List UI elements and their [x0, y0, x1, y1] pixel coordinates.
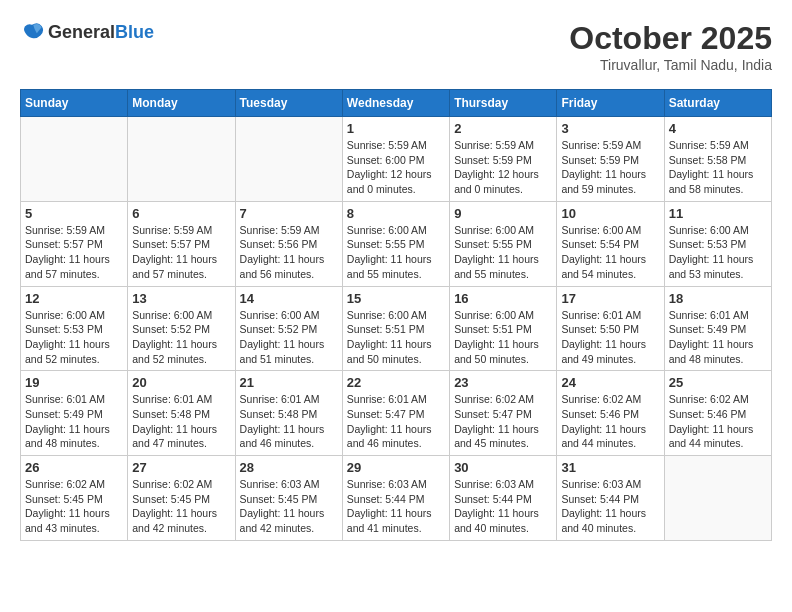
day-number: 28 — [240, 460, 338, 475]
logo-text: GeneralBlue — [48, 22, 154, 43]
day-number: 31 — [561, 460, 659, 475]
day-number: 10 — [561, 206, 659, 221]
calendar-day-cell: 1Sunrise: 5:59 AMSunset: 6:00 PMDaylight… — [342, 117, 449, 202]
day-number: 8 — [347, 206, 445, 221]
day-info: Sunrise: 6:00 AMSunset: 5:52 PMDaylight:… — [240, 308, 338, 367]
calendar-day-cell: 7Sunrise: 5:59 AMSunset: 5:56 PMDaylight… — [235, 201, 342, 286]
day-info: Sunrise: 6:01 AMSunset: 5:50 PMDaylight:… — [561, 308, 659, 367]
day-number: 7 — [240, 206, 338, 221]
calendar-day-cell — [128, 117, 235, 202]
calendar-day-cell: 9Sunrise: 6:00 AMSunset: 5:55 PMDaylight… — [450, 201, 557, 286]
day-number: 3 — [561, 121, 659, 136]
calendar-day-cell: 26Sunrise: 6:02 AMSunset: 5:45 PMDayligh… — [21, 456, 128, 541]
day-info: Sunrise: 6:03 AMSunset: 5:44 PMDaylight:… — [561, 477, 659, 536]
calendar-week-row: 1Sunrise: 5:59 AMSunset: 6:00 PMDaylight… — [21, 117, 772, 202]
calendar-day-cell: 27Sunrise: 6:02 AMSunset: 5:45 PMDayligh… — [128, 456, 235, 541]
day-info: Sunrise: 6:00 AMSunset: 5:52 PMDaylight:… — [132, 308, 230, 367]
day-number: 11 — [669, 206, 767, 221]
location-subtitle: Tiruvallur, Tamil Nadu, India — [569, 57, 772, 73]
day-info: Sunrise: 6:02 AMSunset: 5:45 PMDaylight:… — [25, 477, 123, 536]
calendar-day-cell: 16Sunrise: 6:00 AMSunset: 5:51 PMDayligh… — [450, 286, 557, 371]
calendar-week-row: 26Sunrise: 6:02 AMSunset: 5:45 PMDayligh… — [21, 456, 772, 541]
day-info: Sunrise: 5:59 AMSunset: 5:57 PMDaylight:… — [132, 223, 230, 282]
calendar-day-cell: 29Sunrise: 6:03 AMSunset: 5:44 PMDayligh… — [342, 456, 449, 541]
day-info: Sunrise: 6:00 AMSunset: 5:51 PMDaylight:… — [347, 308, 445, 367]
day-info: Sunrise: 6:01 AMSunset: 5:47 PMDaylight:… — [347, 392, 445, 451]
day-number: 23 — [454, 375, 552, 390]
calendar-day-cell: 31Sunrise: 6:03 AMSunset: 5:44 PMDayligh… — [557, 456, 664, 541]
calendar-week-row: 12Sunrise: 6:00 AMSunset: 5:53 PMDayligh… — [21, 286, 772, 371]
day-info: Sunrise: 6:02 AMSunset: 5:45 PMDaylight:… — [132, 477, 230, 536]
calendar-day-cell: 5Sunrise: 5:59 AMSunset: 5:57 PMDaylight… — [21, 201, 128, 286]
day-info: Sunrise: 5:59 AMSunset: 5:58 PMDaylight:… — [669, 138, 767, 197]
calendar-day-cell: 11Sunrise: 6:00 AMSunset: 5:53 PMDayligh… — [664, 201, 771, 286]
calendar-day-cell: 2Sunrise: 5:59 AMSunset: 5:59 PMDaylight… — [450, 117, 557, 202]
day-info: Sunrise: 6:00 AMSunset: 5:55 PMDaylight:… — [347, 223, 445, 282]
day-number: 26 — [25, 460, 123, 475]
day-number: 20 — [132, 375, 230, 390]
calendar-day-cell: 3Sunrise: 5:59 AMSunset: 5:59 PMDaylight… — [557, 117, 664, 202]
calendar-table: SundayMondayTuesdayWednesdayThursdayFrid… — [20, 89, 772, 541]
calendar-day-cell: 17Sunrise: 6:01 AMSunset: 5:50 PMDayligh… — [557, 286, 664, 371]
calendar-day-cell: 22Sunrise: 6:01 AMSunset: 5:47 PMDayligh… — [342, 371, 449, 456]
day-of-week-header: Monday — [128, 90, 235, 117]
calendar-day-cell: 18Sunrise: 6:01 AMSunset: 5:49 PMDayligh… — [664, 286, 771, 371]
day-number: 29 — [347, 460, 445, 475]
calendar-week-row: 5Sunrise: 5:59 AMSunset: 5:57 PMDaylight… — [21, 201, 772, 286]
calendar-day-cell: 6Sunrise: 5:59 AMSunset: 5:57 PMDaylight… — [128, 201, 235, 286]
day-info: Sunrise: 6:02 AMSunset: 5:47 PMDaylight:… — [454, 392, 552, 451]
day-info: Sunrise: 6:00 AMSunset: 5:53 PMDaylight:… — [669, 223, 767, 282]
day-number: 15 — [347, 291, 445, 306]
day-info: Sunrise: 6:01 AMSunset: 5:48 PMDaylight:… — [132, 392, 230, 451]
day-of-week-header: Thursday — [450, 90, 557, 117]
day-info: Sunrise: 5:59 AMSunset: 5:57 PMDaylight:… — [25, 223, 123, 282]
calendar-day-cell: 30Sunrise: 6:03 AMSunset: 5:44 PMDayligh… — [450, 456, 557, 541]
day-info: Sunrise: 6:00 AMSunset: 5:51 PMDaylight:… — [454, 308, 552, 367]
day-info: Sunrise: 6:00 AMSunset: 5:53 PMDaylight:… — [25, 308, 123, 367]
day-number: 12 — [25, 291, 123, 306]
day-info: Sunrise: 6:01 AMSunset: 5:48 PMDaylight:… — [240, 392, 338, 451]
day-number: 25 — [669, 375, 767, 390]
calendar-day-cell: 28Sunrise: 6:03 AMSunset: 5:45 PMDayligh… — [235, 456, 342, 541]
day-number: 2 — [454, 121, 552, 136]
day-number: 6 — [132, 206, 230, 221]
day-number: 24 — [561, 375, 659, 390]
day-of-week-header: Friday — [557, 90, 664, 117]
day-info: Sunrise: 6:00 AMSunset: 5:54 PMDaylight:… — [561, 223, 659, 282]
day-number: 17 — [561, 291, 659, 306]
calendar-day-cell: 20Sunrise: 6:01 AMSunset: 5:48 PMDayligh… — [128, 371, 235, 456]
day-number: 22 — [347, 375, 445, 390]
day-info: Sunrise: 5:59 AMSunset: 5:59 PMDaylight:… — [561, 138, 659, 197]
calendar-day-cell — [664, 456, 771, 541]
calendar-day-cell: 13Sunrise: 6:00 AMSunset: 5:52 PMDayligh… — [128, 286, 235, 371]
day-number: 5 — [25, 206, 123, 221]
calendar-day-cell: 8Sunrise: 6:00 AMSunset: 5:55 PMDaylight… — [342, 201, 449, 286]
day-number: 21 — [240, 375, 338, 390]
calendar-week-row: 19Sunrise: 6:01 AMSunset: 5:49 PMDayligh… — [21, 371, 772, 456]
calendar-header-row: SundayMondayTuesdayWednesdayThursdayFrid… — [21, 90, 772, 117]
day-of-week-header: Saturday — [664, 90, 771, 117]
day-number: 13 — [132, 291, 230, 306]
day-info: Sunrise: 6:03 AMSunset: 5:44 PMDaylight:… — [347, 477, 445, 536]
day-info: Sunrise: 6:01 AMSunset: 5:49 PMDaylight:… — [25, 392, 123, 451]
day-of-week-header: Sunday — [21, 90, 128, 117]
month-title: October 2025 — [569, 20, 772, 57]
calendar-day-cell: 21Sunrise: 6:01 AMSunset: 5:48 PMDayligh… — [235, 371, 342, 456]
page-header: GeneralBlue October 2025 Tiruvallur, Tam… — [20, 20, 772, 73]
day-number: 27 — [132, 460, 230, 475]
logo-icon — [20, 20, 44, 44]
day-info: Sunrise: 6:00 AMSunset: 5:55 PMDaylight:… — [454, 223, 552, 282]
day-info: Sunrise: 6:02 AMSunset: 5:46 PMDaylight:… — [561, 392, 659, 451]
logo: GeneralBlue — [20, 20, 154, 44]
day-of-week-header: Tuesday — [235, 90, 342, 117]
day-of-week-header: Wednesday — [342, 90, 449, 117]
day-number: 4 — [669, 121, 767, 136]
calendar-day-cell: 14Sunrise: 6:00 AMSunset: 5:52 PMDayligh… — [235, 286, 342, 371]
day-info: Sunrise: 5:59 AMSunset: 6:00 PMDaylight:… — [347, 138, 445, 197]
day-number: 9 — [454, 206, 552, 221]
day-number: 1 — [347, 121, 445, 136]
calendar-day-cell: 23Sunrise: 6:02 AMSunset: 5:47 PMDayligh… — [450, 371, 557, 456]
day-number: 19 — [25, 375, 123, 390]
title-block: October 2025 Tiruvallur, Tamil Nadu, Ind… — [569, 20, 772, 73]
day-info: Sunrise: 5:59 AMSunset: 5:59 PMDaylight:… — [454, 138, 552, 197]
